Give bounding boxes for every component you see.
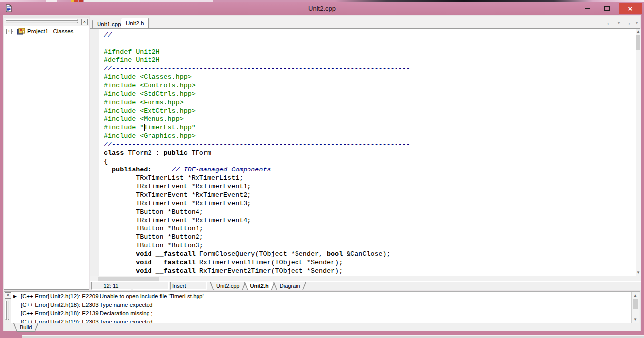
code-line[interactable]: void __fastcall RxTimerEvent1Timer(TObje… (90, 258, 636, 267)
editor-horizontal-scrollbar[interactable] (90, 276, 641, 281)
code-line[interactable]: TRxTimerEvent *RxTimerEvent3; (90, 199, 636, 208)
code-token: void (136, 267, 151, 275)
scroll-up-icon[interactable]: ▲ (632, 292, 639, 299)
class-explorer-panel: × + Project1 - Classes (4, 18, 89, 290)
code-line[interactable]: TButton *Button2; (90, 233, 636, 241)
code-token: TButton *Button1; (104, 225, 203, 232)
scrollbar-thumb[interactable] (636, 35, 640, 50)
code-token: TRxTimerEvent *RxTimerEvent1; (104, 183, 251, 190)
code-line[interactable]: //--------------------------------------… (90, 140, 636, 149)
scrollbar-thumb[interactable] (98, 277, 159, 281)
file-tab-unit2-cpp[interactable]: Unit2.cpp (210, 282, 246, 290)
message-tab-strip: Build (13, 323, 36, 332)
background-sliver-segment (0, 335, 22, 338)
file-tab-diagram[interactable]: Diagram (273, 282, 307, 290)
code-token (104, 250, 136, 258)
class-explorer-close-button[interactable]: × (81, 19, 88, 25)
tab-label: Diagram (273, 282, 307, 290)
panel-grip[interactable] (6, 22, 78, 23)
code-token: TButton *Button2; (104, 233, 203, 241)
code-token: TButton *Button3; (104, 242, 203, 249)
scroll-up-icon[interactable]: ▲ (636, 29, 641, 35)
error-message-text: [C++ Error] Unit2.h(19): E2303 Type name… (21, 319, 152, 323)
panel-grip[interactable] (5, 301, 7, 320)
scroll-down-icon[interactable]: ▼ (636, 270, 641, 276)
code-token: TButton *Button4; (104, 208, 203, 216)
error-message-row[interactable]: [C++ Error] Unit2.h(18): E2139 Declarati… (11, 309, 630, 318)
code-line[interactable]: TRxTimerEvent *RxTimerEvent2; (90, 191, 636, 199)
code-line[interactable] (90, 39, 636, 48)
code-token: void (136, 259, 151, 266)
code-line[interactable]: #include <Graphics.hpp> (90, 132, 636, 140)
code-line[interactable]: __published: // IDE-managed Components (90, 166, 636, 174)
code-token: TRxTimerEvent *RxTimerEvent2; (104, 191, 251, 199)
code-token: RxTimerEvent1Timer(TObject *Sender); (196, 259, 343, 266)
message-vertical-scrollbar[interactable]: ▲ ▼ (631, 292, 639, 323)
navigate-back-dropdown-icon[interactable]: ▾ (616, 20, 621, 25)
titlebar[interactable]: Unit2.cpp × (0, 2, 644, 15)
code-line[interactable]: void __fastcall RxTimerEvent2Timer(TObje… (90, 267, 636, 275)
classes-folder-icon (17, 28, 25, 35)
code-line[interactable]: TRxTimerList *RxTimerList1; (90, 174, 636, 182)
editor-window: Unit2.cpp × × + (0, 2, 644, 335)
tree-expand-icon[interactable]: + (6, 29, 12, 34)
navigate-back-button[interactable]: ← (604, 18, 615, 27)
tree-connector (12, 31, 16, 32)
maximize-button[interactable] (598, 2, 615, 15)
file-tab-unit2-h[interactable]: Unit2.h (244, 282, 275, 290)
code-line[interactable]: //--------------------------------------… (90, 64, 636, 73)
panel-grip[interactable] (8, 301, 9, 320)
code-line[interactable]: #include "TimerLst.hpp" (90, 123, 636, 132)
code-line[interactable]: { (90, 157, 636, 166)
code-token: __fastcall (156, 267, 196, 275)
code-line[interactable]: TRxTimerEvent *RxTimerEvent1; (90, 182, 636, 191)
code-token: #ifndef Unit2H (104, 48, 160, 56)
code-token: #include <Graphics.hpp> (104, 132, 196, 140)
document-icon (5, 4, 13, 12)
background-window-bottom-sliver (0, 335, 644, 338)
code-line[interactable]: //--------------------------------------… (90, 31, 636, 39)
navigate-forward-dropdown-icon[interactable]: ▾ (634, 20, 639, 25)
code-line[interactable]: TButton *Button4; (90, 208, 636, 216)
close-button[interactable]: × (619, 3, 642, 14)
error-message-row[interactable]: [C++ Error] Unit2.h(18): E2303 Type name… (11, 301, 630, 309)
error-message-row[interactable]: ▶[C++ Error] Unit2.h(12): E2209 Unable t… (11, 292, 630, 301)
editor-status-bar: 12: 11 Insert Unit2.cppUnit2.hDiagram (90, 281, 641, 290)
code-line[interactable]: #include <Classes.hpp> (90, 73, 636, 81)
code-line[interactable]: #define Unit2H (90, 56, 636, 64)
error-message-row[interactable]: [C++ Error] Unit2.h(19): E2303 Type name… (11, 318, 630, 323)
code-token: TRxTimerEvent *RxTimerEvent3; (104, 200, 251, 207)
code-line[interactable]: void __fastcall FormCloseQuery(TObject *… (90, 250, 636, 258)
code-line[interactable]: #include <StdCtrls.hpp> (90, 90, 636, 98)
code-editor[interactable]: //--------------------------------------… (90, 29, 636, 276)
cursor-position: 12: 11 (91, 282, 131, 290)
code-token (104, 259, 136, 266)
editor-tab-unit2.h[interactable]: Unit2.h (121, 18, 149, 29)
code-line[interactable]: #include <Controls.hpp> (90, 81, 636, 90)
code-line[interactable]: TRxTimerEvent *RxTimerEvent4; (90, 216, 636, 225)
code-line[interactable]: class TForm2 : public TForm (90, 149, 636, 157)
scrollbar-thumb[interactable] (633, 299, 638, 309)
navigate-forward-button[interactable]: → (622, 18, 633, 27)
code-token (104, 267, 136, 275)
code-token: __published: (104, 166, 151, 173)
code-line[interactable]: #ifndef Unit2H (90, 48, 636, 56)
message-tab-build[interactable]: Build (13, 323, 38, 332)
code-line[interactable]: #include <Menus.hpp> (90, 115, 636, 123)
code-line[interactable]: TButton *Button3; (90, 241, 636, 250)
insert-mode-indicator: Insert (170, 282, 207, 290)
message-panel: × ▶[C++ Error] Unit2.h(12): E2209 Unable… (4, 291, 640, 331)
code-line[interactable]: #include <ExtCtrls.hpp> (90, 107, 636, 115)
minimize-button[interactable] (579, 2, 595, 15)
code-token: public (164, 149, 188, 157)
scroll-down-icon[interactable]: ▼ (632, 316, 639, 323)
file-tab-strip: Unit2.cppUnit2.hDiagram (210, 282, 304, 290)
editor-vertical-scrollbar[interactable]: ▲ ▼ (636, 29, 641, 276)
code-line[interactable]: #include <Forms.hpp> (90, 98, 636, 107)
close-icon: × (628, 4, 633, 13)
code-token: &CanClose); (343, 250, 390, 258)
panel-grip[interactable] (6, 19, 78, 21)
tree-item-project1-classes[interactable]: + Project1 - Classes (6, 27, 73, 35)
code-token: TRxTimerEvent *RxTimerEvent4; (104, 217, 251, 224)
code-line[interactable]: TButton *Button1; (90, 225, 636, 233)
